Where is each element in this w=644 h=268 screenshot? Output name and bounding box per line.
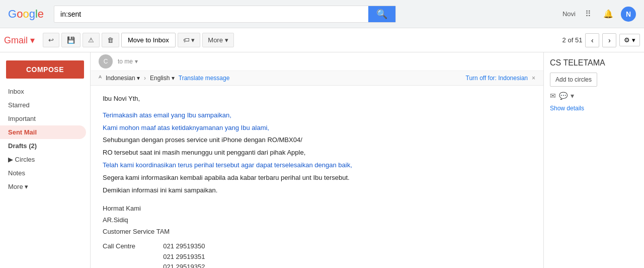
- sidebar-item-more[interactable]: More ▾: [0, 180, 86, 193]
- more-button[interactable]: More ▾: [202, 33, 233, 47]
- show-details-link[interactable]: Show details: [550, 105, 638, 112]
- contact-actions: ✉ 💬 ▾: [550, 92, 638, 100]
- top-right-controls: Novi ⠿ 🔔 N: [562, 7, 636, 22]
- arrow-icon: ›: [144, 75, 146, 82]
- main-area: COMPOSE Inbox Starred Important Sent Mai…: [0, 52, 644, 268]
- sig-contact-table: Call Centre 021 29519350 021 29519351 02…: [103, 241, 207, 268]
- back-button[interactable]: ↩: [43, 33, 59, 47]
- avatar[interactable]: N: [621, 7, 636, 22]
- lang-from[interactable]: Indonesian ▾: [106, 75, 140, 82]
- phone-1: 021 29519350: [163, 241, 207, 252]
- sig-title: Customer Service TAM: [103, 227, 531, 237]
- email-signature: Hormat Kami AR.Sidiq Customer Service TA…: [103, 204, 531, 268]
- call-centre-label: Call Centre: [103, 241, 163, 268]
- email-line-0: Terimakasih atas email yang Ibu sampaika…: [103, 110, 531, 121]
- sidebar-item-important[interactable]: Important: [0, 112, 86, 125]
- translate-link[interactable]: Translate message: [179, 75, 230, 82]
- email-line-4: Telah kami koordinasikan terus perihal t…: [103, 160, 531, 171]
- gmail-toolbar: Gmail ▾ ↩ 💾 ⚠ 🗑 Move to Inbox 🏷 ▾ More ▾…: [0, 28, 644, 52]
- expand-icon[interactable]: ▾: [571, 92, 574, 100]
- sig-hormat: Hormat Kami: [103, 204, 531, 214]
- sidebar-item-sent[interactable]: Sent Mail: [0, 125, 86, 139]
- lang-to[interactable]: English ▾: [150, 75, 175, 82]
- turn-off-link[interactable]: Turn off for: Indonesian ×: [466, 75, 535, 82]
- topbar: Google 🔍 Novi ⠿ 🔔 N: [0, 0, 644, 28]
- phone-2: 021 29519351: [163, 252, 207, 262]
- settings-button[interactable]: ⚙ ▾: [619, 34, 640, 46]
- labels-button[interactable]: 🏷 ▾: [178, 33, 201, 47]
- compose-button[interactable]: COMPOSE: [6, 60, 84, 79]
- sender-avatar: C: [99, 54, 113, 69]
- sidebar-item-starred[interactable]: Starred: [0, 98, 86, 112]
- email-icon[interactable]: ✉: [550, 92, 556, 100]
- delete-button[interactable]: 🗑: [102, 33, 119, 47]
- sig-name: AR.Sidiq: [103, 215, 531, 226]
- starred-label: Starred: [8, 101, 30, 109]
- pagination-text: 2 of 51: [562, 36, 583, 44]
- more-label: More ▾: [8, 183, 28, 190]
- sidebar-item-drafts[interactable]: Drafts (2): [0, 139, 86, 153]
- search-button[interactable]: 🔍: [368, 6, 395, 22]
- pagination-area: 2 of 51 ‹ › ⚙ ▾: [562, 33, 640, 47]
- email-body: Ibu Novi Yth, Terimakasih atas email yan…: [91, 86, 543, 268]
- email-line-5: Segera kami informasikan kembali apabila…: [103, 173, 531, 183]
- search-input[interactable]: [54, 6, 368, 22]
- sidebar: COMPOSE Inbox Starred Important Sent Mai…: [0, 52, 91, 268]
- search-bar: 🔍: [54, 6, 396, 23]
- close-translate-icon[interactable]: ×: [532, 75, 535, 82]
- prev-button[interactable]: ‹: [585, 33, 599, 47]
- to-me-text: to me: [118, 58, 133, 65]
- add-circles-button[interactable]: Add to circles: [550, 73, 597, 87]
- to-me-bar: C to me ▾: [91, 52, 543, 71]
- spam-button[interactable]: ⚠: [83, 33, 100, 47]
- translate-icon: ᴬ: [99, 74, 102, 82]
- email-content: C to me ▾ ᴬ Indonesian ▾ › English ▾ Tra…: [91, 52, 543, 268]
- email-greeting: Ibu Novi Yth,: [103, 94, 531, 104]
- email-line-2: Sehubungan dengan proses service unit iP…: [103, 135, 531, 146]
- sidebar-item-inbox[interactable]: Inbox: [0, 85, 86, 98]
- email-line-1: Kami mohon maaf atas ketidaknyamanan yan…: [103, 123, 531, 133]
- circles-label: ▶ Circles: [8, 156, 35, 163]
- archive-button[interactable]: 💾: [61, 33, 80, 47]
- turn-off-text: Turn off for: Indonesian: [466, 75, 528, 82]
- important-label: Important: [8, 115, 36, 122]
- contact-name: CS TELETAMA: [550, 58, 638, 68]
- google-logo: Google: [8, 8, 44, 21]
- notification-icon[interactable]: 🔔: [601, 7, 616, 22]
- chat-icon[interactable]: 💬: [559, 92, 568, 100]
- notes-label: Notes: [8, 169, 25, 177]
- to-me-caret[interactable]: ▾: [135, 58, 138, 65]
- email-line-6: Demikian informasi ini kami sampaikan.: [103, 185, 531, 196]
- sidebar-item-circles[interactable]: ▶ Circles: [0, 153, 86, 166]
- phone-3: 021 29519352: [163, 262, 207, 268]
- gmail-title[interactable]: Gmail ▾: [4, 35, 35, 46]
- right-panel: CS TELETAMA Add to circles ✉ 💬 ▾ Show de…: [543, 52, 644, 268]
- email-line-3: RO tersebut saat ini masih menunggu unit…: [103, 148, 531, 158]
- apps-icon[interactable]: ⠿: [581, 7, 596, 22]
- call-centre-phones: 021 29519350 021 29519351 021 29519352 0…: [163, 241, 207, 268]
- move-inbox-button[interactable]: Move to Inbox: [121, 33, 176, 47]
- next-button[interactable]: ›: [602, 33, 616, 47]
- inbox-label: Inbox: [8, 88, 24, 95]
- sent-label: Sent Mail: [8, 128, 37, 136]
- translate-bar: ᴬ Indonesian ▾ › English ▾ Translate mes…: [91, 71, 543, 86]
- sidebar-item-notes[interactable]: Notes: [0, 166, 86, 180]
- username-label: Novi: [562, 10, 576, 18]
- drafts-label: Drafts (2): [8, 142, 37, 150]
